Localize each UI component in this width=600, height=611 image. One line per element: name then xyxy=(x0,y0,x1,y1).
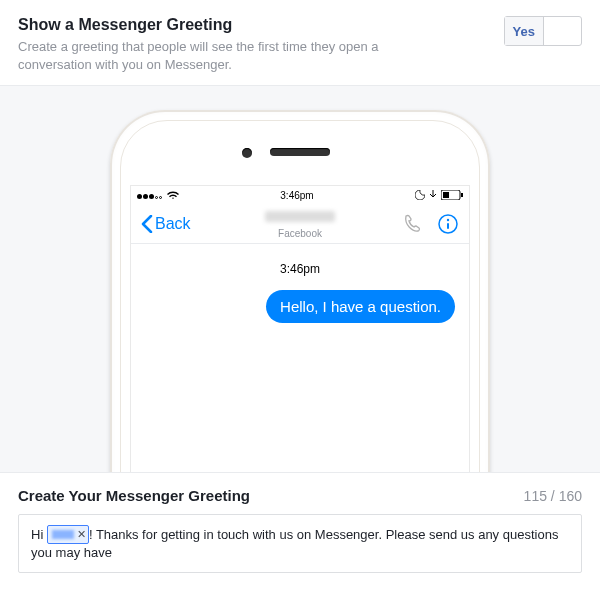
toggle-yes[interactable]: Yes xyxy=(505,17,544,45)
battery-icon xyxy=(441,190,463,200)
info-icon[interactable] xyxy=(437,213,459,235)
messenger-nav: Back Facebook xyxy=(131,204,469,244)
phone-preview: 3:46pm Back Facebook xyxy=(0,85,600,473)
greeting-input[interactable]: Hi ✕! Thanks for getting in touch with u… xyxy=(18,514,582,573)
editor-title: Create Your Messenger Greeting xyxy=(18,487,250,504)
char-counter: 115 / 160 xyxy=(524,488,582,504)
back-label: Back xyxy=(155,215,191,233)
message-bubble: Hello, I have a question. xyxy=(266,290,455,323)
phone-icon[interactable] xyxy=(401,213,423,235)
chevron-left-icon xyxy=(141,215,153,233)
arrow-icon xyxy=(429,190,437,200)
back-button[interactable]: Back xyxy=(141,215,191,233)
name-token[interactable]: ✕ xyxy=(47,525,89,544)
message-timestamp: 3:46pm xyxy=(145,262,455,276)
greeting-toggle[interactable]: Yes xyxy=(504,16,582,46)
greeting-text-prefix: Hi xyxy=(31,527,47,542)
phone-frame: 3:46pm Back Facebook xyxy=(110,110,490,473)
section-description: Create a greeting that people will see t… xyxy=(18,38,398,73)
signal-icon xyxy=(137,190,163,201)
svg-rect-1 xyxy=(461,193,463,197)
status-time: 3:46pm xyxy=(280,190,313,201)
status-bar: 3:46pm xyxy=(131,186,469,204)
greeting-text-body: ! Thanks for getting in touch with us on… xyxy=(31,527,558,560)
svg-rect-5 xyxy=(447,223,449,229)
close-icon[interactable]: ✕ xyxy=(77,528,86,540)
svg-point-4 xyxy=(447,218,449,220)
section-title: Show a Messenger Greeting xyxy=(18,16,504,34)
chat-title xyxy=(265,211,335,222)
toggle-no[interactable] xyxy=(544,17,582,45)
svg-rect-2 xyxy=(443,192,449,198)
wifi-icon xyxy=(167,191,179,200)
moon-icon xyxy=(415,190,425,200)
